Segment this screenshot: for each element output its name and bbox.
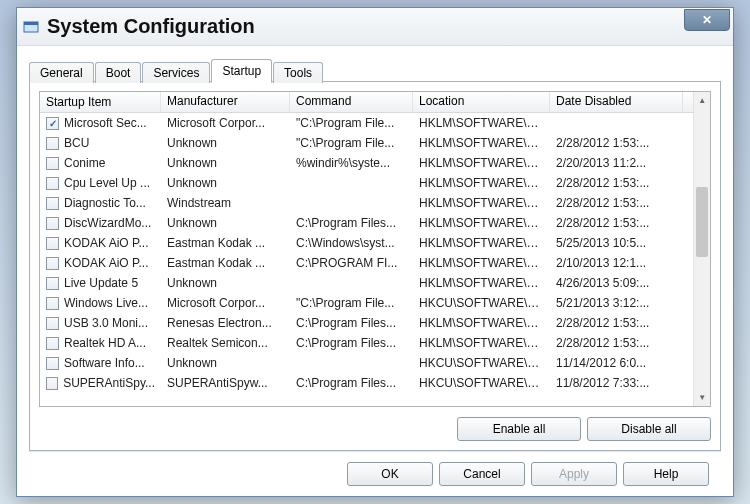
scroll-up-icon[interactable]: ▲ [694,92,710,109]
table-row[interactable]: ConimeUnknown%windir%\syste...HKLM\SOFTW… [40,153,693,173]
cell-command: C:\PROGRAM FI... [290,256,413,270]
table-row[interactable]: Diagnostic To...WindstreamHKLM\SOFTWARE\… [40,193,693,213]
col-manufacturer[interactable]: Manufacturer [161,92,290,112]
cell-command: "C:\Program File... [290,136,413,150]
row-checkbox[interactable] [46,237,59,250]
cell-startup-item: Diagnostic To... [64,196,146,210]
cell-date-disabled: 2/28/2012 1:53:... [550,316,683,330]
cell-manufacturer: Unknown [161,136,290,150]
row-checkbox[interactable] [46,317,59,330]
cell-manufacturer: Microsoft Corpor... [161,296,290,310]
disable-all-button[interactable]: Disable all [587,417,711,441]
cancel-button[interactable]: Cancel [439,462,525,486]
table-row[interactable]: Software Info...UnknownHKCU\SOFTWARE\Mi.… [40,353,693,373]
cell-manufacturer: Eastman Kodak ... [161,256,290,270]
cell-date-disabled: 5/25/2013 10:5... [550,236,683,250]
table-row[interactable]: KODAK AiO P...Eastman Kodak ...C:\Window… [40,233,693,253]
cell-command: "C:\Program File... [290,116,413,130]
cell-location: HKLM\SOFTWARE\W... [413,136,550,150]
listview-header[interactable]: Startup Item Manufacturer Command Locati… [40,92,693,113]
cell-date-disabled: 2/28/2012 1:53:... [550,136,683,150]
row-checkbox[interactable] [46,137,59,150]
table-row[interactable]: DiscWizardMo...UnknownC:\Program Files..… [40,213,693,233]
cell-startup-item: Cpu Level Up ... [64,176,150,190]
scroll-down-icon[interactable]: ▼ [694,389,710,406]
cell-date-disabled: 4/26/2013 5:09:... [550,276,683,290]
table-row[interactable]: Microsoft Sec...Microsoft Corpor..."C:\P… [40,113,693,133]
table-row[interactable]: KODAK AiO P...Eastman Kodak ...C:\PROGRA… [40,253,693,273]
row-checkbox[interactable] [46,117,59,130]
cell-startup-item: Microsoft Sec... [64,116,147,130]
cell-command: C:\Program Files... [290,336,413,350]
row-checkbox[interactable] [46,177,59,190]
startup-listview[interactable]: Startup Item Manufacturer Command Locati… [39,91,711,407]
cell-command: "C:\Program File... [290,296,413,310]
ok-button[interactable]: OK [347,462,433,486]
row-checkbox[interactable] [46,197,59,210]
vertical-scrollbar[interactable]: ▲ ▼ [693,92,710,406]
table-row[interactable]: BCUUnknown"C:\Program File...HKLM\SOFTWA… [40,133,693,153]
cell-startup-item: BCU [64,136,89,150]
dialog-buttons: OK Cancel Apply Help [29,451,721,486]
table-row[interactable]: Cpu Level Up ...UnknownHKLM\SOFTWARE\W..… [40,173,693,193]
system-configuration-window: System Configuration ✕ GeneralBootServic… [16,7,734,497]
cell-manufacturer: Unknown [161,216,290,230]
cell-date-disabled: 2/20/2013 11:2... [550,156,683,170]
cell-manufacturer: Windstream [161,196,290,210]
tab-services[interactable]: Services [142,62,210,83]
tab-general[interactable]: General [29,62,94,83]
table-row[interactable]: USB 3.0 Moni...Renesas Electron...C:\Pro… [40,313,693,333]
cell-location: HKLM\SOFTWARE\W... [413,176,550,190]
row-checkbox[interactable] [46,157,59,170]
table-row[interactable]: Realtek HD A...Realtek Semicon...C:\Prog… [40,333,693,353]
cell-manufacturer: Microsoft Corpor... [161,116,290,130]
tab-tools[interactable]: Tools [273,62,323,83]
row-checkbox[interactable] [46,337,59,350]
col-command[interactable]: Command [290,92,413,112]
cell-date-disabled: 11/8/2012 7:33:... [550,376,683,390]
row-checkbox[interactable] [46,377,58,390]
cell-startup-item: SUPERAntiSpy... [63,376,155,390]
row-checkbox[interactable] [46,277,59,290]
cell-startup-item: USB 3.0 Moni... [64,316,148,330]
cell-date-disabled: 2/28/2012 1:53:... [550,196,683,210]
cell-date-disabled: 2/10/2013 12:1... [550,256,683,270]
enable-all-button[interactable]: Enable all [457,417,581,441]
row-checkbox[interactable] [46,297,59,310]
close-icon: ✕ [702,13,712,27]
cell-location: HKLM\SOFTWARE\Mi... [413,316,550,330]
cell-startup-item: Conime [64,156,105,170]
panel-buttons: Enable all Disable all [39,417,711,441]
table-row[interactable]: SUPERAntiSpy...SUPERAntiSpyw...C:\Progra… [40,373,693,393]
cell-location: HKLM\SOFTWARE\Mi... [413,336,550,350]
titlebar: System Configuration ✕ [17,8,733,46]
cell-manufacturer: Unknown [161,176,290,190]
col-date-disabled[interactable]: Date Disabled [550,92,683,112]
client-area: GeneralBootServicesStartupTools Startup … [17,46,733,496]
scroll-thumb[interactable] [696,187,708,257]
row-checkbox[interactable] [46,357,59,370]
listview-rows: Microsoft Sec...Microsoft Corpor..."C:\P… [40,113,693,406]
cell-date-disabled: 11/14/2012 6:0... [550,356,683,370]
cell-command: C:\Program Files... [290,216,413,230]
cell-startup-item: Windows Live... [64,296,148,310]
tab-startup[interactable]: Startup [211,59,272,83]
cell-date-disabled: 2/28/2012 1:53:... [550,336,683,350]
close-button[interactable]: ✕ [684,9,730,31]
cell-manufacturer: Realtek Semicon... [161,336,290,350]
row-checkbox[interactable] [46,257,59,270]
cell-startup-item: KODAK AiO P... [64,236,148,250]
scroll-track[interactable] [694,109,710,389]
cell-location: HKLM\SOFTWARE\W... [413,236,550,250]
cell-startup-item: Live Update 5 [64,276,138,290]
help-button[interactable]: Help [623,462,709,486]
apply-button: Apply [531,462,617,486]
col-startup-item[interactable]: Startup Item [40,92,161,112]
row-checkbox[interactable] [46,217,59,230]
table-row[interactable]: Live Update 5UnknownHKLM\SOFTWARE\W...4/… [40,273,693,293]
col-location[interactable]: Location [413,92,550,112]
cell-startup-item: DiscWizardMo... [64,216,151,230]
tab-boot[interactable]: Boot [95,62,142,83]
table-row[interactable]: Windows Live...Microsoft Corpor..."C:\Pr… [40,293,693,313]
cell-location: HKLM\SOFTWARE\W... [413,276,550,290]
